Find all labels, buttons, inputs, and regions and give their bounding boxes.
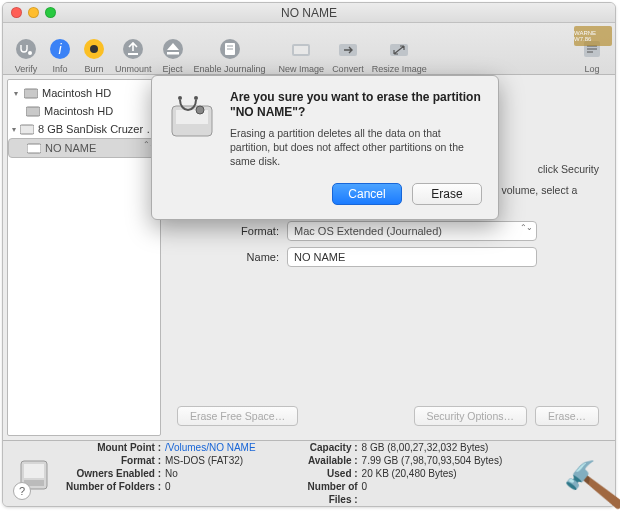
- enable-journaling-button[interactable]: Enable Journaling: [190, 26, 270, 74]
- disclosure-triangle-icon[interactable]: ▾: [12, 125, 16, 134]
- mount-point-key: Mount Point :: [59, 441, 165, 454]
- dialog-text: Are you sure you want to erase the parti…: [230, 90, 482, 169]
- sidebar-item-label: Macintosh HD: [44, 105, 113, 117]
- sidebar-item-macintosh-hd-disk[interactable]: ▾ Macintosh HD: [8, 84, 160, 102]
- svg-rect-27: [24, 464, 44, 478]
- sidebar-item-label: Macintosh HD: [42, 87, 111, 99]
- toolbar: Verify i Info Burn Unmount Eject: [3, 23, 615, 75]
- available-key: Available :: [296, 454, 362, 467]
- info-icon: i: [47, 36, 73, 62]
- footer-col-left: Mount Point :/Volumes/NO NAME Format :MS…: [59, 441, 256, 506]
- sidebar-item-sandisk-disk[interactable]: ▾ 8 GB SanDisk Cruzer …: [8, 120, 160, 138]
- name-label: Name:: [177, 251, 287, 263]
- verify-label: Verify: [15, 64, 38, 74]
- info-label: Info: [52, 64, 67, 74]
- disk-utility-window: NO NAME Verify i Info Burn Unmount: [2, 2, 616, 507]
- svg-point-32: [178, 96, 182, 100]
- log-label: Log: [584, 64, 599, 74]
- unmount-button[interactable]: Unmount: [111, 26, 156, 74]
- svg-rect-25: [27, 144, 41, 153]
- resize-image-label: Resize Image: [372, 64, 427, 74]
- svg-rect-7: [128, 53, 138, 55]
- new-image-icon: [288, 36, 314, 62]
- log-icon: [579, 36, 605, 62]
- window-title: NO NAME: [3, 6, 615, 20]
- owners-value: No: [165, 467, 178, 480]
- burn-button[interactable]: Burn: [77, 26, 111, 74]
- format-value: Mac OS Extended (Journaled): [294, 225, 442, 237]
- owners-key: Owners Enabled :: [59, 467, 165, 480]
- erase-confirm-button[interactable]: Erase: [412, 183, 482, 205]
- panel-button-row: Erase Free Space… Security Options… Eras…: [177, 406, 599, 426]
- svg-point-31: [196, 106, 204, 114]
- resize-icon: [386, 36, 412, 62]
- volume-sidebar: ▾ Macintosh HD Macintosh HD ▾ 8 GB SanDi…: [7, 79, 161, 436]
- journal-icon: [217, 36, 243, 62]
- info-button[interactable]: i Info: [43, 26, 77, 74]
- enable-journaling-label: Enable Journaling: [194, 64, 266, 74]
- dialog-buttons: Cancel Erase: [166, 183, 482, 205]
- hdd-icon: [26, 105, 40, 117]
- sidebar-item-macintosh-hd-volume[interactable]: Macintosh HD: [8, 102, 160, 120]
- format-select[interactable]: Mac OS Extended (Journaled): [287, 221, 537, 241]
- verify-button[interactable]: Verify: [9, 26, 43, 74]
- footer-columns: Mount Point :/Volumes/NO NAME Format :MS…: [59, 441, 605, 506]
- disclosure-triangle-icon[interactable]: ▾: [12, 89, 20, 98]
- format-label: Format:: [177, 225, 287, 237]
- erase-button: Erase…: [535, 406, 599, 426]
- burn-label: Burn: [84, 64, 103, 74]
- footer-col-right: Capacity :8 GB (8,00,27,32,032 Bytes) Av…: [296, 441, 503, 506]
- svg-point-1: [28, 51, 32, 55]
- disk-utility-app-icon: [166, 90, 218, 142]
- name-input[interactable]: [287, 247, 537, 267]
- usb-icon: [27, 142, 41, 154]
- convert-label: Convert: [332, 64, 364, 74]
- svg-point-0: [16, 39, 36, 59]
- folders-value: 0: [165, 480, 171, 493]
- svg-rect-22: [24, 89, 38, 98]
- erase-confirm-dialog: Are you sure you want to erase the parti…: [151, 75, 499, 220]
- used-value: 20 KB (20,480 Bytes): [362, 467, 457, 480]
- svg-rect-24: [20, 125, 34, 134]
- svg-rect-9: [167, 52, 179, 55]
- convert-button[interactable]: Convert: [328, 26, 368, 74]
- sidebar-item-label: 8 GB SanDisk Cruzer …: [38, 123, 157, 135]
- name-row: Name:: [177, 247, 599, 267]
- svg-rect-15: [294, 46, 308, 54]
- folders-key: Number of Folders :: [59, 480, 165, 493]
- security-options-button: Security Options…: [414, 406, 528, 426]
- resize-image-button[interactable]: Resize Image: [368, 26, 431, 74]
- dialog-body: Erasing a partition deletes all the data…: [230, 126, 482, 169]
- unmount-label: Unmount: [115, 64, 152, 74]
- capacity-key: Capacity :: [296, 441, 362, 454]
- new-image-button[interactable]: New Image: [275, 26, 329, 74]
- format-key: Format :: [59, 454, 165, 467]
- erase-free-space-button: Erase Free Space…: [177, 406, 298, 426]
- stethoscope-icon: [13, 36, 39, 62]
- cancel-button[interactable]: Cancel: [332, 183, 402, 205]
- info-footer: Mount Point :/Volumes/NO NAME Format :MS…: [3, 440, 615, 506]
- capacity-value: 8 GB (8,00,27,32,032 Bytes): [362, 441, 489, 454]
- log-button[interactable]: Log: [575, 26, 609, 74]
- eject-button[interactable]: Eject: [156, 26, 190, 74]
- burn-icon: [81, 36, 107, 62]
- eject-label: Eject: [163, 64, 183, 74]
- format-row: Format: Mac OS Extended (Journaled): [177, 221, 599, 241]
- new-image-label: New Image: [279, 64, 325, 74]
- usb-icon: [20, 123, 34, 135]
- titlebar: NO NAME: [3, 3, 615, 23]
- mount-point-link[interactable]: /Volumes/NO NAME: [165, 441, 256, 454]
- available-value: 7.99 GB (7,98,70,93,504 Bytes): [362, 454, 503, 467]
- svg-point-33: [194, 96, 198, 100]
- convert-icon: [335, 36, 361, 62]
- sidebar-item-label: NO NAME: [45, 142, 96, 154]
- unmount-icon: [120, 36, 146, 62]
- help-button[interactable]: ?: [13, 482, 31, 500]
- format-value: MS-DOS (FAT32): [165, 454, 243, 467]
- sidebar-item-no-name-volume[interactable]: NO NAME: [8, 138, 160, 158]
- hdd-icon: [24, 87, 38, 99]
- files-key: Number of Files :: [296, 480, 362, 506]
- eject-icon: [160, 36, 186, 62]
- files-value: 0: [362, 480, 368, 506]
- used-key: Used :: [296, 467, 362, 480]
